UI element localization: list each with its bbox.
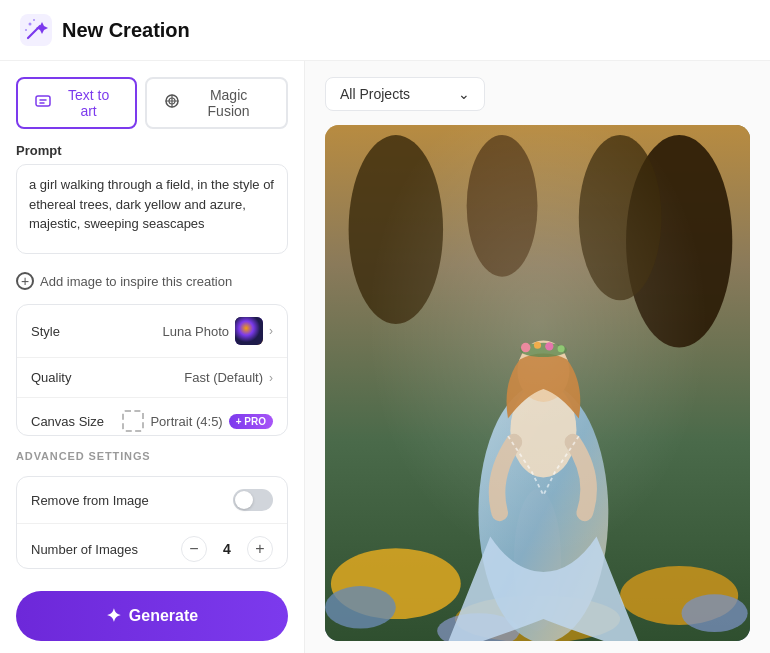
header: New Creation bbox=[0, 0, 770, 61]
number-of-images-label: Number of Images bbox=[31, 542, 138, 557]
project-selector-wrap: All Projects ⌄ bbox=[325, 77, 750, 111]
advanced-card: Remove from Image Number of Images − 4 + bbox=[16, 476, 288, 569]
number-of-images-stepper: − 4 + bbox=[181, 536, 273, 562]
canvas-size-row[interactable]: Canvas Size Portrait (4:5) + PRO bbox=[17, 398, 287, 436]
quality-label: Quality bbox=[31, 370, 71, 385]
increase-images-button[interactable]: + bbox=[247, 536, 273, 562]
quality-chevron-icon: › bbox=[269, 371, 273, 385]
toggle-background bbox=[233, 489, 273, 511]
generated-image-container bbox=[325, 125, 750, 641]
magic-wand-icon bbox=[20, 14, 52, 46]
prompt-section: Prompt a girl walking through a field, i… bbox=[16, 143, 288, 258]
tab-text-to-art[interactable]: Text to art bbox=[16, 77, 137, 129]
project-selector[interactable]: All Projects ⌄ bbox=[325, 77, 485, 111]
style-thumbnail bbox=[235, 317, 263, 345]
project-selector-chevron-icon: ⌄ bbox=[458, 86, 470, 102]
toggle-knob bbox=[235, 491, 253, 509]
prompt-input[interactable]: a girl walking through a field, in the s… bbox=[16, 164, 288, 254]
advanced-settings-section: ADVANCED SETTINGS bbox=[16, 450, 288, 462]
tab-magic-fusion[interactable]: Magic Fusion bbox=[145, 77, 288, 129]
generate-sparkle-icon: ✦ bbox=[106, 605, 121, 627]
quality-value[interactable]: Fast (Default) › bbox=[184, 370, 273, 385]
canvas-size-icon bbox=[122, 410, 144, 432]
svg-rect-4 bbox=[36, 96, 50, 106]
svg-point-2 bbox=[33, 19, 35, 21]
svg-point-1 bbox=[29, 23, 32, 26]
number-of-images-row: Number of Images − 4 + bbox=[17, 524, 287, 569]
settings-card: Style Luna Photo › Quality Fast (Default… bbox=[16, 304, 288, 436]
advanced-settings-label: ADVANCED SETTINGS bbox=[16, 450, 288, 462]
add-image-plus-icon: + bbox=[16, 272, 34, 290]
add-image-button[interactable]: + Add image to inspire this creation bbox=[16, 272, 288, 290]
prompt-label: Prompt bbox=[16, 143, 288, 158]
remove-from-image-label: Remove from Image bbox=[31, 493, 149, 508]
images-count-value: 4 bbox=[219, 541, 235, 557]
canvas-size-label: Canvas Size bbox=[31, 414, 104, 429]
generate-section: ✦ Generate bbox=[16, 583, 288, 641]
magic-fusion-icon bbox=[163, 92, 181, 114]
generate-button[interactable]: ✦ Generate bbox=[16, 591, 288, 641]
svg-point-3 bbox=[25, 29, 27, 31]
style-label: Style bbox=[31, 324, 60, 339]
decrease-images-button[interactable]: − bbox=[181, 536, 207, 562]
pro-badge: + PRO bbox=[229, 414, 273, 429]
style-value[interactable]: Luna Photo › bbox=[162, 317, 273, 345]
remove-from-image-row: Remove from Image bbox=[17, 477, 287, 524]
style-chevron-icon: › bbox=[269, 324, 273, 338]
style-row[interactable]: Style Luna Photo › bbox=[17, 305, 287, 358]
right-panel: All Projects ⌄ bbox=[305, 61, 770, 653]
canvas-size-value[interactable]: Portrait (4:5) + PRO bbox=[122, 410, 273, 432]
svg-rect-27 bbox=[325, 125, 750, 641]
quality-row[interactable]: Quality Fast (Default) › bbox=[17, 358, 287, 398]
svg-rect-6 bbox=[235, 317, 263, 345]
left-panel: Text to art Magic Fusion Prompt a girl w… bbox=[0, 61, 305, 653]
tab-group: Text to art Magic Fusion bbox=[16, 77, 288, 129]
text-to-art-icon bbox=[34, 92, 52, 114]
generated-image bbox=[325, 125, 750, 641]
page-title: New Creation bbox=[62, 19, 190, 42]
remove-from-image-toggle[interactable] bbox=[233, 489, 273, 511]
